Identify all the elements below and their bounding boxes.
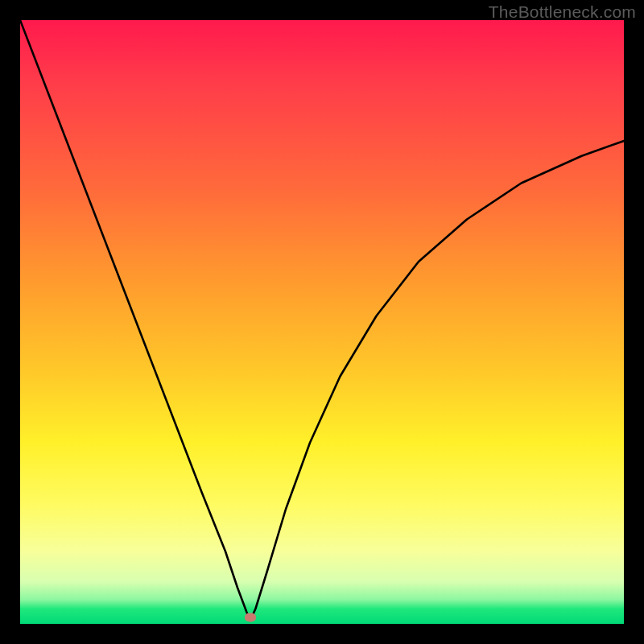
curve-path — [20, 20, 624, 621]
chart-frame: TheBottleneck.com — [0, 0, 644, 644]
optimal-marker — [245, 613, 256, 622]
plot-area — [20, 20, 624, 624]
bottleneck-curve — [20, 20, 624, 624]
watermark-text: TheBottleneck.com — [489, 2, 636, 22]
